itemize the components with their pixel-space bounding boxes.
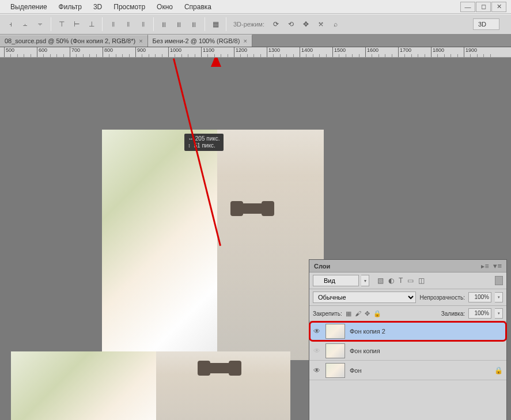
ruler-tick: 900 (135, 47, 146, 58)
window-controls: — ◻ ✕ (460, 2, 506, 12)
menu-bar: Выделение Фильтр 3D Просмотр Окно Справк… (0, 0, 511, 14)
layers-panel: Слои ▸≡ ▾≡ ▾ ▧ ◐ T ▭ ◫ Обычные Непрозрач… (309, 259, 507, 420)
menu-window[interactable]: Окно (151, 1, 179, 13)
filter-smart-icon[interactable]: ◫ (418, 277, 425, 285)
autoalign-icon[interactable]: ▦ (209, 17, 222, 31)
filter-shape-icon[interactable]: ▭ (407, 277, 414, 285)
mode3d-label: 3D-режим: (230, 21, 268, 28)
roll-icon[interactable]: ⟲ (284, 17, 298, 31)
fill-label: Заливка: (441, 311, 465, 317)
align-center-h-icon[interactable]: ⫠ (18, 17, 32, 31)
tab-label: Без имени-2 @ 100% (RGB/8) (153, 37, 240, 44)
filter-adjustment-icon[interactable]: ◐ (388, 277, 394, 285)
lock-label: Закрепить: (313, 311, 342, 317)
ruler-tick: 800 (103, 47, 113, 58)
align-top-icon[interactable]: ⊤ (55, 17, 69, 31)
opacity-value[interactable]: 100% (468, 292, 491, 302)
close-button[interactable]: ✕ (491, 2, 506, 12)
layers-panel-header[interactable]: Слои ▸≡ ▾≡ (309, 260, 506, 273)
align-right-icon[interactable]: ⫟ (33, 17, 47, 31)
horizontal-ruler[interactable]: 4005006007008009001000110012001300140015… (0, 47, 511, 58)
lock-position-icon[interactable]: ✥ (365, 310, 370, 317)
mode3d-dropdown[interactable]: 3D (473, 18, 499, 30)
filter-dropdown-icon[interactable]: ▾ (361, 275, 369, 286)
menu-view[interactable]: Просмотр (108, 1, 151, 13)
blend-mode-dropdown[interactable]: Обычные (313, 292, 416, 303)
layers-lock-row: Закрепить: ▦ 🖌 ✥ 🔒 Заливка: 100% ▾ (309, 306, 506, 321)
document-tab-bar: 08_source.psd @ 50% (Фон копия 2, RGB/8*… (0, 35, 511, 47)
layer-visibility-icon[interactable]: 👁 (313, 327, 321, 335)
align-middle-icon[interactable]: ⊢ (70, 17, 84, 31)
zoom3d-icon[interactable]: ⌕ (329, 17, 343, 31)
ruler-tick: 500 (4, 47, 14, 58)
layer-list: 👁Фон копия 2👁Фон копия👁Фон🔒 (309, 321, 506, 380)
layer-thumbnail[interactable] (325, 343, 345, 358)
layers-filter-row: ▾ ▧ ◐ T ▭ ◫ (309, 273, 506, 289)
menu-3d[interactable]: 3D (88, 1, 108, 13)
layer-filter-input[interactable] (313, 275, 359, 286)
ruler-tick: 700 (70, 47, 80, 58)
lock-paint-icon[interactable]: 🖌 (355, 310, 361, 317)
layer-visibility-icon[interactable]: 👁 (313, 366, 321, 374)
layer-name[interactable]: Фон (350, 367, 362, 374)
fill-dropdown-icon[interactable]: ▾ (495, 308, 503, 319)
distribute-v2-icon[interactable]: ⫼ (172, 17, 186, 31)
distribute-h3-icon[interactable]: ⫴ (136, 17, 150, 31)
annotation-arrow-head (211, 58, 221, 67)
ruler-tick: 600 (37, 47, 47, 58)
document-image-secondary[interactable] (11, 351, 290, 420)
minimize-button[interactable]: — (460, 2, 475, 12)
lock-pixels-icon[interactable]: ▦ (346, 310, 351, 317)
canvas-area[interactable]: ↔ 205 пикс. ↕ 51 пикс. Слои ▸≡ ▾≡ ▾ ▧ ◐ … (0, 58, 511, 420)
panel-menu-icon[interactable]: ▾≡ (493, 262, 502, 270)
layer-list-empty (309, 380, 506, 420)
move-tooltip: ↔ 205 пикс. ↕ 51 пикс. (184, 134, 224, 151)
layer-thumbnail[interactable] (325, 363, 345, 378)
filter-type-icon[interactable]: T (399, 277, 403, 285)
menu-selection[interactable]: Выделение (5, 1, 53, 13)
orbit-icon[interactable]: ⟳ (269, 17, 283, 31)
layers-blend-row: Обычные Непрозрачность: 100% ▾ (309, 289, 506, 306)
distribute-v3-icon[interactable]: ⫼ (187, 17, 201, 31)
opacity-dropdown-icon[interactable]: ▾ (495, 292, 503, 302)
distribute-h2-icon[interactable]: ⫴ (121, 17, 135, 31)
layer-row[interactable]: 👁Фон копия (309, 341, 506, 361)
distribute-v1-icon[interactable]: ⫼ (157, 17, 171, 31)
align-bottom-icon[interactable]: ⊥ (85, 17, 99, 31)
layer-row[interactable]: 👁Фон копия 2 (309, 321, 506, 341)
tab-label: 08_source.psd @ 50% (Фон копия 2, RGB/8*… (5, 37, 135, 44)
slide-icon[interactable]: ⤧ (314, 17, 328, 31)
opacity-label: Непрозрачность: (419, 294, 465, 301)
tab-close-icon[interactable]: × (139, 37, 142, 44)
options-bar: ⫞ ⫠ ⫟ ⊤ ⊢ ⊥ ⫴ ⫴ ⫴ ⫼ ⫼ ⫼ ▦ 3D-режим: ⟳ ⟲ … (0, 14, 511, 35)
document-tab-2[interactable]: Без имени-2 @ 100% (RGB/8) × (148, 35, 252, 47)
distribute-h1-icon[interactable]: ⫴ (106, 17, 120, 31)
layer-name[interactable]: Фон копия 2 (350, 328, 385, 335)
fill-value[interactable]: 100% (468, 308, 491, 319)
panel-collapse-icon[interactable]: ▸≡ (481, 262, 489, 270)
lock-all-icon[interactable]: 🔒 (373, 310, 381, 317)
align-left-icon[interactable]: ⫞ (3, 17, 17, 31)
layer-visibility-icon[interactable]: 👁 (313, 347, 321, 355)
layers-panel-title: Слои (314, 263, 330, 270)
filter-toggle[interactable] (495, 276, 503, 285)
layer-lock-icon: 🔒 (494, 366, 503, 374)
restore-button[interactable]: ◻ (476, 2, 491, 12)
layer-row[interactable]: 👁Фон🔒 (309, 361, 506, 380)
document-tab-1[interactable]: 08_source.psd @ 50% (Фон копия 2, RGB/8*… (0, 35, 148, 47)
document-image[interactable] (102, 130, 324, 360)
filter-image-icon[interactable]: ▧ (377, 277, 384, 285)
menu-help[interactable]: Справка (179, 1, 217, 13)
pan-icon[interactable]: ✥ (299, 17, 313, 31)
menu-filter[interactable]: Фильтр (53, 1, 88, 13)
tab-close-icon[interactable]: × (243, 37, 247, 44)
layer-thumbnail[interactable] (325, 324, 345, 339)
layer-name[interactable]: Фон копия (350, 347, 380, 354)
